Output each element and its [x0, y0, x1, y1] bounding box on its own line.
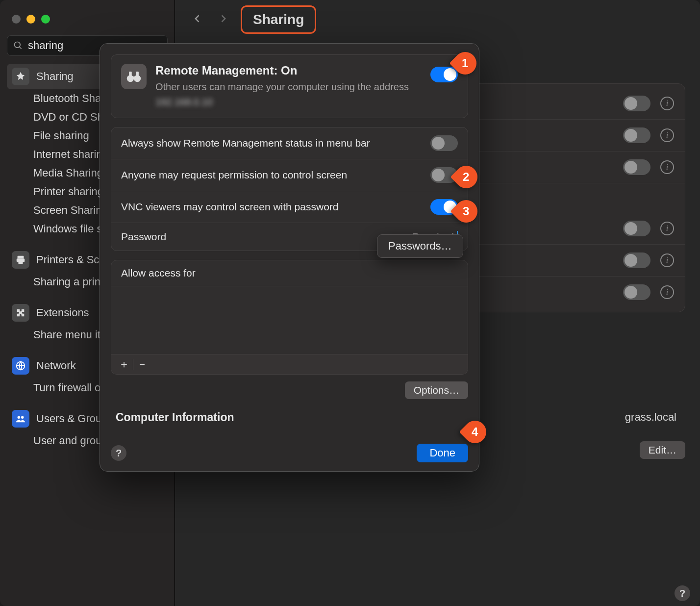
puzzle-icon [12, 304, 29, 322]
svg-point-6 [18, 416, 21, 419]
help-button-corner[interactable]: ? [675, 585, 690, 601]
menubar-toggle[interactable] [430, 135, 458, 151]
remote-management-desc: Other users can manage your computer usi… [155, 80, 422, 109]
svg-rect-10 [129, 72, 132, 76]
done-button[interactable]: Done [417, 444, 468, 462]
sharing-icon [12, 68, 29, 85]
binoculars-icon [121, 64, 147, 89]
toggle-off[interactable] [623, 284, 650, 300]
remove-user-button[interactable]: － [134, 357, 150, 371]
divider [133, 359, 133, 370]
password-label: Password [121, 231, 166, 243]
svg-line-1 [20, 47, 22, 49]
info-icon[interactable]: i [660, 222, 674, 235]
toolbar: Sharing [175, 0, 700, 39]
opt-anyone: Anyone may request permission to control… [111, 159, 468, 191]
svg-point-7 [21, 416, 24, 419]
svg-rect-2 [18, 256, 24, 259]
minimize-button[interactable] [26, 15, 35, 24]
svg-rect-11 [136, 72, 139, 76]
remote-management-header: Remote Management: On Other users can ma… [111, 54, 468, 118]
remote-management-toggle[interactable] [430, 67, 458, 82]
search-icon [13, 41, 23, 50]
sidebar-item-label: Sharing [36, 70, 74, 83]
toggle-off[interactable] [623, 96, 650, 111]
toggle-off[interactable] [623, 252, 650, 268]
traffic-lights [0, 6, 175, 35]
access-header: Allow access for [111, 260, 468, 286]
access-footer: ＋ － [111, 354, 468, 374]
forward-button[interactable] [215, 10, 231, 30]
info-icon[interactable]: i [660, 160, 674, 174]
access-list[interactable] [111, 286, 468, 354]
options-card: Always show Remote Management status in … [111, 127, 468, 251]
svg-rect-12 [132, 76, 135, 78]
system-settings-window: Sharing Bluetooth Sharing DVD or CD Shar… [0, 0, 700, 606]
info-icon[interactable]: i [660, 97, 674, 110]
opt-label: Anyone may request permission to control… [121, 169, 347, 181]
info-icon[interactable]: i [660, 128, 674, 142]
edit-hostname-button[interactable]: Edit… [640, 441, 685, 459]
access-card: Allow access for ＋ － [111, 260, 468, 375]
remote-management-title: Remote Management: On [155, 64, 422, 77]
toggle-off[interactable] [623, 221, 650, 236]
opt-label: VNC viewers may control screen with pass… [121, 201, 338, 213]
page-title: Sharing [241, 5, 316, 34]
sidebar-item-label: Network [36, 359, 76, 372]
help-button[interactable]: ? [111, 445, 126, 461]
maximize-button[interactable] [41, 15, 50, 24]
remote-management-address: 192.168.0.10 [155, 96, 213, 109]
close-button[interactable] [12, 15, 21, 24]
svg-rect-4 [18, 261, 23, 264]
toggle-off[interactable] [623, 159, 650, 175]
printer-icon [12, 251, 29, 269]
add-user-button[interactable]: ＋ [116, 357, 132, 371]
back-button[interactable] [190, 10, 205, 30]
users-icon [12, 410, 29, 428]
passwords-popover[interactable]: Passwords… [377, 234, 463, 258]
info-icon[interactable]: i [660, 285, 674, 299]
svg-point-0 [15, 42, 21, 48]
toggle-off[interactable] [623, 127, 650, 143]
opt-label: Always show Remote Management status in … [121, 137, 370, 149]
computer-information-title: Computer Information [111, 411, 468, 424]
info-icon[interactable]: i [660, 253, 674, 267]
hostname-label: grass.local [625, 411, 676, 424]
globe-icon [12, 357, 29, 375]
options-button[interactable]: Options… [405, 381, 468, 399]
opt-menubar: Always show Remote Management status in … [111, 127, 468, 159]
sidebar-item-label: Extensions [36, 306, 89, 319]
opt-vnc: VNC viewers may control screen with pass… [111, 191, 468, 223]
